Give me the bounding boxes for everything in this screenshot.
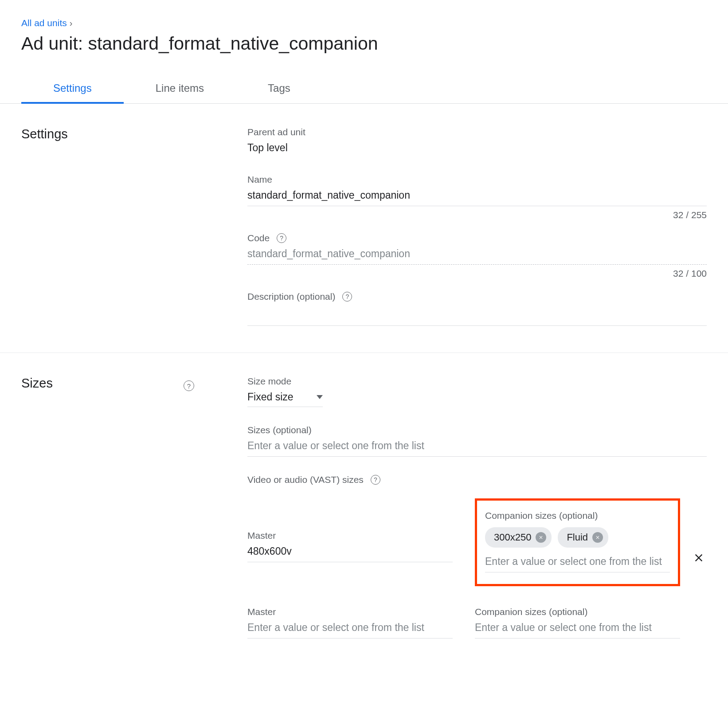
breadcrumb-parent-link[interactable]: All ad units bbox=[21, 18, 67, 28]
chip-fluid: Fluid bbox=[558, 527, 608, 548]
parent-ad-unit-label: Parent ad unit bbox=[247, 127, 707, 137]
size-mode-value: Fixed size bbox=[247, 391, 294, 403]
master-label-1: Master bbox=[247, 530, 453, 541]
code-char-counter: 32 / 100 bbox=[247, 268, 707, 279]
description-label: Description (optional) bbox=[247, 291, 707, 302]
chip-remove-icon[interactable] bbox=[536, 532, 546, 543]
companion-input-1[interactable]: Enter a value or select one from the lis… bbox=[485, 556, 670, 568]
name-input[interactable]: standard_format_native_companion bbox=[247, 189, 707, 201]
name-label: Name bbox=[247, 174, 707, 185]
chip-label: Fluid bbox=[567, 532, 588, 543]
chip-label: 300x250 bbox=[494, 532, 531, 543]
sizes-optional-label: Sizes (optional) bbox=[247, 425, 707, 435]
size-mode-select[interactable]: Fixed size bbox=[247, 391, 323, 407]
size-mode-label: Size mode bbox=[247, 376, 707, 387]
companion-label-2: Companion sizes (optional) bbox=[475, 607, 680, 617]
name-char-counter: 32 / 255 bbox=[247, 210, 707, 220]
help-icon[interactable] bbox=[342, 292, 352, 302]
section-heading-sizes: Sizes bbox=[21, 376, 53, 391]
companion-label-1: Companion sizes (optional) bbox=[485, 510, 670, 521]
sizes-input[interactable]: Enter a value or select one from the lis… bbox=[247, 440, 707, 452]
companion-highlight-box: Companion sizes (optional) 300x250 Fluid bbox=[475, 498, 680, 586]
code-input: standard_format_native_companion bbox=[247, 248, 707, 260]
tab-settings[interactable]: Settings bbox=[21, 82, 124, 103]
chip-remove-icon[interactable] bbox=[592, 532, 603, 543]
page-title: Ad unit: standard_format_native_companio… bbox=[21, 33, 728, 55]
tab-line-items[interactable]: Line items bbox=[124, 82, 236, 103]
parent-ad-unit-value: Top level bbox=[247, 142, 707, 154]
chip-300x250: 300x250 bbox=[485, 527, 552, 548]
code-label: Code bbox=[247, 233, 707, 243]
breadcrumb: All ad units › bbox=[21, 18, 728, 28]
companion-chips: 300x250 Fluid bbox=[485, 527, 670, 548]
vast-sizes-label: Video or audio (VAST) sizes bbox=[247, 474, 707, 485]
master-label-2: Master bbox=[247, 607, 453, 617]
help-icon[interactable] bbox=[277, 233, 286, 243]
help-icon[interactable] bbox=[184, 380, 194, 391]
chevron-right-icon: › bbox=[70, 18, 73, 28]
tab-tags[interactable]: Tags bbox=[236, 82, 322, 103]
tab-bar: Settings Line items Tags bbox=[0, 82, 728, 103]
master-input-2[interactable]: Enter a value or select one from the lis… bbox=[247, 622, 453, 634]
master-input-1[interactable]: 480x600v bbox=[247, 545, 453, 557]
dropdown-arrow-icon bbox=[317, 395, 323, 399]
companion-input-2[interactable]: Enter a value or select one from the lis… bbox=[475, 622, 680, 634]
help-icon[interactable] bbox=[371, 475, 380, 485]
section-heading-settings: Settings bbox=[21, 127, 68, 141]
remove-row-icon[interactable] bbox=[693, 552, 705, 565]
